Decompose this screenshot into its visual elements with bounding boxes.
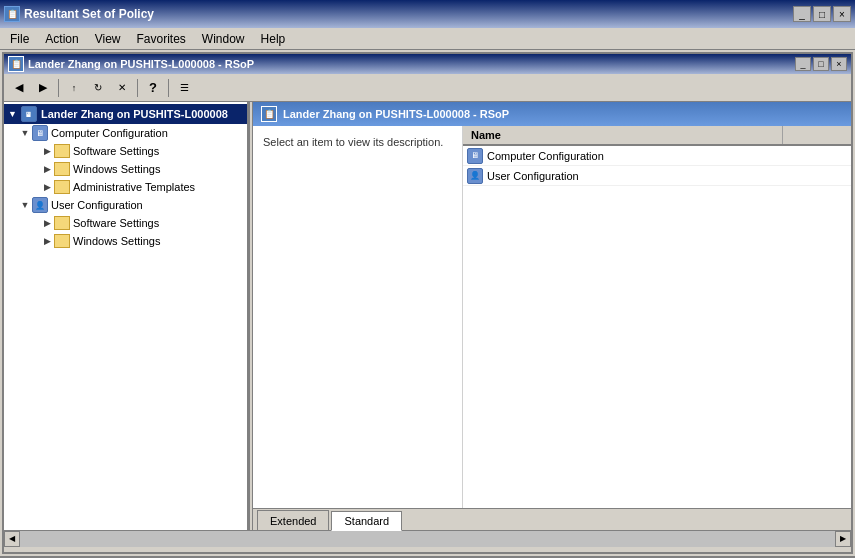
tree-computer-config-label: Computer Configuration [51, 127, 168, 139]
inner-window-title: Lander Zhang on PUSHITS-L000008 - RSoP [28, 58, 254, 70]
tab-bar: Extended Standard [253, 508, 851, 530]
tree-software-settings-user-label: Software Settings [73, 217, 159, 229]
list-item-user-config[interactable]: 👤 User Configuration [463, 166, 851, 186]
toolbar-separator-3 [168, 79, 169, 97]
content-split: Select an item to view its description. … [253, 126, 851, 508]
toolbar-back-button[interactable]: ◀ [8, 77, 30, 99]
tab-standard[interactable]: Standard [331, 511, 402, 531]
tree-software-settings-computer-label: Software Settings [73, 145, 159, 157]
tree-user-config[interactable]: ▼ 👤 User Configuration [4, 196, 247, 214]
menu-file[interactable]: File [2, 30, 37, 48]
menu-window[interactable]: Window [194, 30, 253, 48]
tree-root[interactable]: ▼ 🖥 Lander Zhang on PUSHITS-L000008 [4, 104, 247, 124]
toolbar-properties-button[interactable]: ☰ [173, 77, 195, 99]
right-header-icon: 📋 [261, 106, 277, 122]
list-user-config-icon: 👤 [467, 168, 483, 184]
toolbar-refresh-button[interactable]: ↻ [87, 77, 109, 99]
user-config-icon: 👤 [32, 197, 48, 213]
right-panel-title: Lander Zhang on PUSHITS-L000008 - RSoP [283, 108, 509, 120]
menu-view[interactable]: View [87, 30, 129, 48]
root-expand-icon: ▼ [8, 109, 17, 119]
list-user-config-label: User Configuration [487, 170, 579, 182]
menu-bar: File Action View Favorites Window Help [0, 28, 855, 50]
main-area: ▼ 🖥 Lander Zhang on PUSHITS-L000008 ▼ 🖥 … [4, 102, 851, 530]
expand-windows-settings-computer-icon: ▶ [40, 164, 54, 174]
expand-software-settings-user-icon: ▶ [40, 218, 54, 228]
toolbar-help-button[interactable]: ? [142, 77, 164, 99]
toolbar-separator-1 [58, 79, 59, 97]
tree-root-label: Lander Zhang on PUSHITS-L000008 [41, 108, 228, 120]
inner-close-button[interactable]: × [831, 57, 847, 71]
list-header: Name [463, 126, 851, 146]
title-bar-left: 📋 Resultant Set of Policy [4, 6, 154, 22]
expand-user-config-icon: ▼ [18, 200, 32, 210]
inner-title-bar: 📋 Lander Zhang on PUSHITS-L000008 - RSoP… [4, 54, 851, 74]
col-header-name[interactable]: Name [463, 126, 783, 144]
tree-computer-config[interactable]: ▼ 🖥 Computer Configuration [4, 124, 247, 142]
expand-computer-config-icon: ▼ [18, 128, 32, 138]
windows-settings-computer-folder-icon [54, 162, 70, 176]
windows-settings-user-folder-icon [54, 234, 70, 248]
toolbar-separator-2 [137, 79, 138, 97]
scroll-left-button[interactable]: ◀ [4, 531, 20, 547]
right-panel-header: 📋 Lander Zhang on PUSHITS-L000008 - RSoP [253, 102, 851, 126]
horizontal-scrollbar: ◀ ▶ [4, 530, 851, 546]
description-text: Select an item to view its description. [263, 136, 443, 148]
software-settings-computer-folder-icon [54, 144, 70, 158]
list-computer-config-label: Computer Configuration [487, 150, 604, 162]
computer-config-icon: 🖥 [32, 125, 48, 141]
scroll-track[interactable] [20, 531, 835, 547]
title-bar: 📋 Resultant Set of Policy _ □ × [0, 0, 855, 28]
inner-window-icon: 📋 [8, 56, 24, 72]
tree-windows-settings-computer[interactable]: ▶ Windows Settings [4, 160, 247, 178]
app-icon: 📋 [4, 6, 20, 22]
tree-software-settings-computer[interactable]: ▶ Software Settings [4, 142, 247, 160]
close-button[interactable]: × [833, 6, 851, 22]
minimize-button[interactable]: _ [793, 6, 811, 22]
toolbar-forward-button[interactable]: ▶ [32, 77, 54, 99]
inner-title-left: 📋 Lander Zhang on PUSHITS-L000008 - RSoP [8, 56, 254, 72]
inner-maximize-button[interactable]: □ [813, 57, 829, 71]
tree-admin-templates-label: Administrative Templates [73, 181, 195, 193]
expand-windows-settings-user-icon: ▶ [40, 236, 54, 246]
toolbar-up-button[interactable]: ↑ [63, 77, 85, 99]
list-item-computer-config[interactable]: 🖥 Computer Configuration [463, 146, 851, 166]
toolbar-delete-button[interactable]: ✕ [111, 77, 133, 99]
tree-user-config-label: User Configuration [51, 199, 143, 211]
menu-favorites[interactable]: Favorites [129, 30, 194, 48]
right-panel: 📋 Lander Zhang on PUSHITS-L000008 - RSoP… [253, 102, 851, 530]
software-settings-user-folder-icon [54, 216, 70, 230]
admin-templates-folder-icon [54, 180, 70, 194]
tab-extended[interactable]: Extended [257, 510, 329, 530]
window-title: Resultant Set of Policy [24, 7, 154, 21]
tree-windows-settings-user[interactable]: ▶ Windows Settings [4, 232, 247, 250]
toolbar: ◀ ▶ ↑ ↻ ✕ ? ☰ [4, 74, 851, 102]
expand-software-settings-computer-icon: ▶ [40, 146, 54, 156]
tree-admin-templates-computer[interactable]: ▶ Administrative Templates [4, 178, 247, 196]
tree-windows-settings-user-label: Windows Settings [73, 235, 160, 247]
expand-admin-templates-icon: ▶ [40, 182, 54, 192]
inner-window: 📋 Lander Zhang on PUSHITS-L000008 - RSoP… [2, 52, 853, 554]
list-panel: Name 🖥 Computer Configuration 👤 User Con… [463, 126, 851, 508]
root-icon: 🖥 [21, 106, 37, 122]
menu-help[interactable]: Help [253, 30, 294, 48]
inner-window-controls: _ □ × [795, 57, 847, 71]
tree-software-settings-user[interactable]: ▶ Software Settings [4, 214, 247, 232]
scroll-right-button[interactable]: ▶ [835, 531, 851, 547]
inner-minimize-button[interactable]: _ [795, 57, 811, 71]
list-computer-config-icon: 🖥 [467, 148, 483, 164]
tree-panel: ▼ 🖥 Lander Zhang on PUSHITS-L000008 ▼ 🖥 … [4, 102, 249, 530]
tree-windows-settings-computer-label: Windows Settings [73, 163, 160, 175]
maximize-button[interactable]: □ [813, 6, 831, 22]
window-controls: _ □ × [793, 6, 851, 22]
description-panel: Select an item to view its description. [253, 126, 463, 508]
menu-action[interactable]: Action [37, 30, 86, 48]
